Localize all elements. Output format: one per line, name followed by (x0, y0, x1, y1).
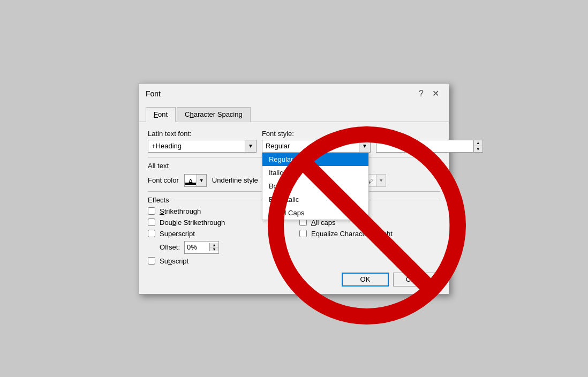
font-style-dropdown-btn[interactable]: ▼ (359, 140, 370, 152)
size-input-group: ▲ ▼ (376, 140, 483, 153)
superscript-label: Superscript (160, 230, 195, 238)
cancel-button[interactable]: Cancel (393, 273, 440, 286)
font-style-dropdown: Regular Italic Bold Bold Italic Small Ca… (262, 152, 369, 220)
latin-font-dropdown-btn[interactable]: ▼ (245, 140, 256, 152)
dropdown-item-small-caps[interactable]: Small Caps (262, 206, 368, 220)
double-strikethrough-label: Double Strikethrough (160, 218, 225, 227)
latin-font-label: Latin text font: (148, 130, 257, 138)
ok-button[interactable]: OK (342, 273, 389, 286)
font-style-input[interactable] (262, 140, 359, 152)
offset-down-btn[interactable]: ▼ (209, 247, 218, 251)
size-label: Size: (376, 130, 483, 138)
button-row: OK Cancel (148, 268, 440, 286)
font-color-dropdown-btn[interactable]: ▼ (197, 175, 206, 186)
equalize-item: Equalize Character Height (299, 230, 440, 238)
underline-color-dropdown-btn[interactable]: ▼ (376, 175, 386, 186)
font-style-label: Font style: (262, 130, 371, 138)
equalize-label: Equalize Character Height (311, 230, 393, 238)
latin-font-input-group: ▼ (148, 140, 257, 153)
dialog-title: Font (146, 89, 161, 98)
font-fields-row: Latin text font: ▼ Font style: ▼ Regular… (148, 130, 440, 153)
offset-label: Offset: (160, 243, 180, 251)
subscript-label: Subscript (160, 257, 189, 265)
tab-font-label: Font (154, 110, 168, 118)
dropdown-item-italic[interactable]: Italic (262, 166, 368, 179)
title-bar: Font ? ✕ (139, 84, 449, 104)
offset-input-group: ▲ ▼ (184, 241, 219, 254)
font-color-label: Font color (148, 176, 179, 184)
font-style-group: Font style: ▼ Regular Italic Bold Bold I… (262, 130, 371, 153)
strikethrough-label: Strikethrough (160, 207, 201, 215)
strikethrough-checkbox[interactable] (148, 207, 155, 215)
size-up-btn[interactable]: ▲ (473, 140, 483, 147)
subscript-item: Subscript (148, 257, 289, 265)
tab-character-spacing-label: Character Spacing (185, 110, 243, 118)
latin-font-group: Latin text font: ▼ (148, 130, 257, 153)
font-color-swatch: A (185, 175, 197, 186)
double-strikethrough-checkbox[interactable] (148, 218, 155, 226)
title-bar-controls: ? ✕ (416, 88, 442, 100)
superscript-checkbox[interactable] (148, 230, 155, 237)
dropdown-item-regular[interactable]: Regular (262, 153, 368, 166)
size-spinner: ▲ ▼ (473, 140, 483, 152)
equalize-checkbox[interactable] (299, 230, 307, 237)
tab-content: Latin text font: ▼ Font style: ▼ Regular… (139, 122, 449, 294)
dropdown-item-bold-italic[interactable]: Bold Italic (262, 193, 368, 206)
tabs-row: Font Character Spacing (139, 104, 449, 122)
font-color-button[interactable]: A ▼ (184, 174, 207, 187)
size-input[interactable] (376, 140, 473, 152)
offset-input[interactable] (185, 242, 209, 252)
superscript-item: Superscript (148, 230, 289, 238)
help-button[interactable]: ? (416, 88, 427, 100)
offset-row: Offset: ▲ ▼ (160, 241, 289, 254)
size-group: Size: ▲ ▼ (376, 130, 483, 153)
tab-font[interactable]: Font (146, 107, 176, 122)
font-color-bar (185, 183, 196, 185)
offset-spinner: ▲ ▼ (209, 243, 218, 251)
font-style-input-group: ▼ (262, 140, 371, 153)
tab-character-spacing[interactable]: Character Spacing (177, 107, 251, 122)
underline-style-label: Underline style (212, 176, 258, 184)
dropdown-item-bold[interactable]: Bold (262, 179, 368, 193)
size-down-btn[interactable]: ▼ (473, 146, 483, 152)
effects-title: Effects (148, 196, 174, 204)
font-dialog: Font ? ✕ Font Character Spacing Latin te… (139, 83, 449, 295)
offset-up-btn[interactable]: ▲ (209, 243, 218, 247)
latin-font-input[interactable] (148, 140, 245, 152)
subscript-checkbox[interactable] (148, 257, 155, 265)
close-button[interactable]: ✕ (429, 88, 442, 99)
